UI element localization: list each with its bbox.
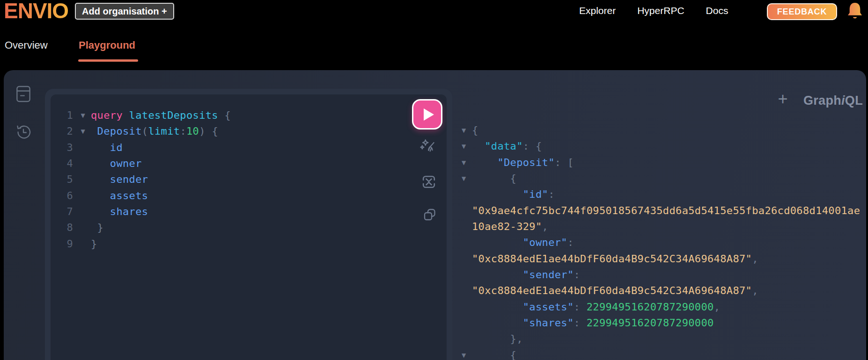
- fold-gutter: [459, 235, 468, 251]
- tab-playground[interactable]: Playground: [79, 39, 135, 51]
- fold-arrow-icon[interactable]: ▼: [459, 138, 468, 154]
- fold-arrow-icon[interactable]: ▼: [73, 108, 87, 123]
- line-number: 1: [51, 108, 73, 123]
- token: :: [574, 269, 581, 281]
- code-text: Deposit(limit:10) {: [91, 123, 218, 139]
- app-header: ENVIO Add organisation + Explorer HyperR…: [0, 0, 868, 70]
- merge-fragments-button[interactable]: [419, 173, 438, 192]
- line-number: 5: [51, 172, 73, 187]
- code-text: shares: [91, 204, 148, 220]
- line-number: 7: [51, 204, 73, 220]
- copy-query-button[interactable]: [420, 206, 439, 224]
- token: }: [91, 222, 103, 233]
- token: },: [472, 333, 523, 345]
- response-line: ▼ "data": {: [459, 138, 866, 154]
- code-line: 6 assets: [51, 188, 447, 204]
- response-line: ▼ {: [459, 347, 866, 360]
- token: : [: [555, 157, 574, 168]
- token: "0xc8884edE1ae44bDfF60da4B9c542C34A69648…: [472, 285, 752, 296]
- token: {: [218, 109, 231, 121]
- query-editor[interactable]: 1▼query latestDeposits {2▼ Deposit(limit…: [51, 94, 447, 360]
- token: :: [574, 301, 587, 313]
- token: :: [180, 125, 186, 137]
- token: [472, 301, 523, 313]
- add-tab-button[interactable]: +: [774, 91, 791, 108]
- token: limit: [148, 125, 180, 137]
- token: latestDeposits: [129, 109, 218, 121]
- add-organisation-button[interactable]: Add organisation +: [75, 3, 174, 20]
- fold-arrow-icon[interactable]: ▼: [459, 122, 468, 138]
- graphiql-logo-ql: QL: [845, 94, 863, 108]
- token: id: [110, 142, 123, 153]
- token: "id": [523, 188, 548, 200]
- fold-gutter: [459, 331, 468, 347]
- fold-arrow-icon[interactable]: ▼: [459, 155, 468, 171]
- code-line: 8 }: [51, 220, 447, 236]
- code-text: }: [91, 236, 97, 252]
- code-text: sender: [91, 172, 148, 187]
- line-number: 8: [51, 220, 73, 236]
- code-text: "data": {: [472, 138, 542, 154]
- response-line: 10ae82-329",: [459, 219, 866, 235]
- query-editor-lines: 1▼query latestDeposits {2▼ Deposit(limit…: [51, 108, 447, 252]
- response-line: "assets": 22994951620787290000,: [459, 299, 866, 315]
- nav-link-explorer[interactable]: Explorer: [579, 5, 616, 16]
- fold-gutter: [459, 283, 468, 299]
- response-line: "owner":: [459, 235, 866, 251]
- code-text: "shares": 22994951620787290000: [472, 315, 714, 331]
- code-text: "id":: [472, 187, 555, 202]
- code-text: "owner":: [472, 235, 574, 251]
- line-number: 2: [51, 123, 73, 139]
- code-text: {: [472, 347, 516, 360]
- response-line: },: [459, 331, 866, 347]
- token: "assets": [523, 301, 574, 313]
- code-text: query latestDeposits {: [91, 108, 231, 123]
- token: {: [472, 173, 516, 184]
- code-text: "sender":: [472, 267, 580, 283]
- code-text: owner: [91, 156, 142, 172]
- token: "0xc8884edE1ae44bDfF60da4B9c542C34A69648…: [472, 253, 752, 265]
- token: (: [142, 125, 148, 137]
- nav-link-hyperrpc[interactable]: HyperRPC: [637, 5, 684, 16]
- token: [91, 142, 110, 153]
- nav-link-docs[interactable]: Docs: [706, 5, 728, 16]
- line-number: 4: [51, 156, 73, 172]
- history-button[interactable]: [13, 122, 34, 143]
- notification-bell-icon[interactable]: [845, 1, 865, 22]
- response-lines: ▼{▼ "data": {▼ "Deposit": [▼ { "id":"0x9…: [459, 122, 866, 360]
- response-line: "0xc8884edE1ae44bDfF60da4B9c542C34A69648…: [459, 251, 866, 267]
- prettify-button[interactable]: [419, 138, 437, 157]
- token: [91, 173, 110, 185]
- token: {: [472, 124, 478, 136]
- fold-arrow-icon[interactable]: ▼: [459, 171, 468, 187]
- token: [91, 158, 110, 169]
- code-text: id: [91, 140, 123, 156]
- line-number: 6: [51, 188, 73, 204]
- tab-overview[interactable]: Overview: [5, 39, 48, 51]
- token: [91, 190, 110, 202]
- token: owner: [110, 158, 142, 169]
- code-text: assets: [91, 188, 148, 204]
- response-line: "0x9ae4cfc75bc744f095018567435dd6a5d5415…: [459, 203, 866, 219]
- response-line: ▼ "Deposit": [: [459, 155, 866, 171]
- docs-explorer-button[interactable]: [13, 84, 34, 105]
- code-text: }: [91, 220, 103, 236]
- token: 22994951620787290000: [587, 301, 714, 313]
- feedback-button[interactable]: FEEDBACK: [767, 3, 837, 20]
- token: :: [548, 188, 555, 200]
- response-line: "shares": 22994951620787290000: [459, 315, 866, 331]
- fold-gutter: [73, 156, 87, 172]
- execute-query-button[interactable]: [412, 99, 442, 130]
- fold-arrow-icon[interactable]: ▼: [459, 347, 468, 360]
- token: assets: [110, 190, 148, 202]
- token: "shares": [523, 317, 574, 329]
- fold-arrow-icon[interactable]: ▼: [73, 123, 87, 139]
- merge-fragments-icon: [420, 185, 437, 192]
- graphiql-logo: GraphiQL: [803, 94, 863, 108]
- token: : {: [523, 140, 542, 152]
- fold-gutter: [73, 172, 87, 187]
- code-text: 10ae82-329",: [472, 219, 548, 235]
- token: ,: [714, 301, 721, 313]
- token: [472, 237, 523, 248]
- response-line: "0xc8884edE1ae44bDfF60da4B9c542C34A69648…: [459, 283, 866, 299]
